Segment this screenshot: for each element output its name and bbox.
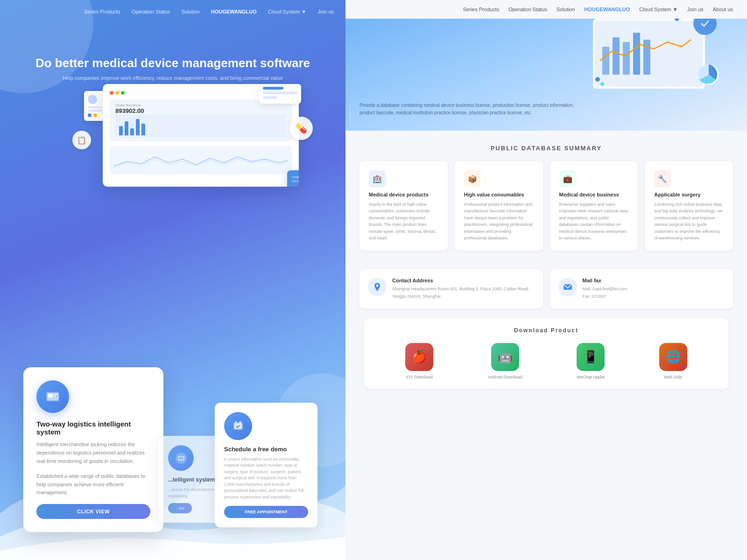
middle-icon-svg (175, 452, 188, 465)
nav-join[interactable]: Join us (317, 9, 334, 14)
wave-svg (113, 150, 288, 170)
location-icon (372, 282, 382, 292)
order-chart (292, 184, 299, 187)
stat-label-1: Order Revenue (115, 103, 286, 107)
card-mockup-top (259, 84, 301, 104)
svg-point-23 (376, 285, 379, 287)
db-card-3: 🔧 Applicable surgery Combining rich onli… (645, 161, 733, 251)
ov-sublabel: 6579899.00 (292, 179, 299, 183)
demo-icon-svg (231, 419, 246, 434)
svg-rect-16 (633, 33, 640, 75)
db-title-0: Medical device products (369, 192, 438, 197)
db-icon-1: 📦 (464, 170, 481, 187)
svg-rect-17 (643, 40, 650, 75)
app-ios: 🍎 iOS Download (405, 343, 433, 379)
nav-series[interactable]: Series Products (84, 9, 120, 14)
db-title-2: Medical device business (559, 192, 629, 197)
right-hero: Provide a database containing medical de… (345, 0, 747, 131)
db-title-1: High value consumables (464, 192, 534, 197)
rnav-brand[interactable]: HOUGEWANGLUO (585, 7, 630, 12)
bar5 (141, 124, 145, 135)
featured-card-icon (36, 380, 69, 413)
web-icon[interactable]: 🌐 (659, 343, 687, 371)
svg-rect-14 (613, 37, 620, 75)
mail-detail: Mail: Data.first@txt.com Fax: 021002 (583, 286, 627, 300)
right-hero-text: Provide a database containing medical de… (359, 102, 584, 117)
card-line-1 (263, 91, 297, 94)
ov-label: Order Volume (292, 175, 299, 179)
contact-mail-card: Mail fax Mail: Data.first@txt.com Fax: 0… (550, 269, 733, 308)
db-icon-symbol-2: 💼 (563, 175, 572, 183)
public-db-section: PUBLIC DATABASE SUMMARY 🏥 Medical device… (345, 131, 747, 260)
nav-solution[interactable]: Solution (181, 9, 200, 14)
android-icon-symbol: 🤖 (498, 350, 513, 364)
svg-rect-6 (179, 457, 183, 460)
android-icon[interactable]: 🤖 (491, 343, 519, 371)
mail-value: Data.first@txt.com (592, 287, 627, 291)
ios-icon-symbol: 🍎 (412, 350, 427, 364)
rnav-operation[interactable]: Operation Status (508, 7, 547, 12)
ios-icon[interactable]: 🍎 (405, 343, 433, 371)
app-wechat: 📱 WeChat Applet (577, 343, 605, 379)
middle-card-icon (168, 445, 194, 471)
nav-operation[interactable]: Operation Status (132, 9, 170, 14)
demo-card-desc: It covers information such as commodity … (224, 456, 308, 501)
mail-info: Mail fax Mail: Data.first@txt.com Fax: 0… (583, 278, 627, 300)
ios-label: iOS Download (406, 375, 433, 379)
address-info: Contact Address Shanghai Headquarters Ro… (392, 278, 535, 300)
address-detail: Shanghai Headquarters Room 501, Building… (392, 286, 535, 300)
bar4 (136, 119, 140, 135)
bar1 (119, 126, 123, 135)
rnav-about[interactable]: About us (713, 7, 733, 12)
fax-label: Fax: (583, 294, 591, 299)
nav-brand[interactable]: HOUGEWANGLUO (211, 9, 257, 14)
rnav-join[interactable]: Join us (687, 7, 704, 12)
svg-point-21 (600, 82, 604, 86)
dot-blue (88, 113, 92, 117)
right-hero-desc: Provide a database containing medical de… (359, 102, 584, 117)
app-web: 🌐 Web Side (659, 343, 687, 379)
rnav-cloud[interactable]: Cloud System ▼ (639, 7, 677, 12)
download-title: Download Product (378, 327, 714, 334)
nav-cloud[interactable]: Cloud System ▼ (268, 9, 306, 14)
svg-rect-10 (240, 421, 241, 423)
dot-yellow (93, 113, 97, 117)
stat-box-1: Order Revenue 893902.00 (110, 99, 292, 141)
web-label: Web Side (664, 375, 682, 379)
scatter-icon-2: 📋 (72, 131, 91, 149)
wechat-icon-symbol: 📱 (583, 350, 598, 364)
app-android: 🤖 Android Download (488, 343, 522, 379)
stats-row: Order Revenue 893902.00 Order Volume 657… (110, 99, 292, 141)
mail-title: Mail fax (583, 278, 627, 283)
laptop-svg (584, 9, 733, 103)
dot-green (121, 91, 125, 95)
db-icon-symbol-0: 🏥 (373, 175, 382, 183)
middle-card-button[interactable]: ...ew (168, 503, 192, 513)
card-line-blue (263, 87, 283, 90)
free-appointment-button[interactable]: FREE APPOINTMENT (224, 506, 308, 518)
download-section: Download Product 🍎 iOS Download 🤖 Androi… (364, 318, 728, 389)
db-card-2: 💼 Medical device business Enterprise sup… (550, 161, 638, 251)
left-panel: Series Products Operation Status Solutio… (0, 0, 345, 560)
android-label: Android Download (488, 375, 522, 379)
svg-rect-13 (602, 47, 609, 75)
contact-address-card: Contact Address Shanghai Headquarters Ro… (359, 269, 543, 308)
rnav-series[interactable]: Series Products (463, 7, 500, 12)
hero-text: Do better medical device management soft… (0, 56, 345, 81)
mail-icon (563, 282, 573, 292)
db-desc-0: Mainly in the field of high-value consum… (369, 201, 438, 241)
click-view-button[interactable]: CLICK VIEW (36, 504, 150, 519)
web-icon-symbol: 🌐 (666, 350, 681, 364)
wechat-icon[interactable]: 📱 (577, 343, 605, 371)
db-desc-3: Combining rich online business data and … (654, 201, 724, 241)
svg-rect-8 (234, 423, 242, 429)
avatar (88, 95, 97, 104)
address-icon-wrap (368, 278, 387, 296)
svg-rect-2 (48, 394, 53, 398)
rnav-solution[interactable]: Solution (557, 7, 575, 12)
laptop-illustration (584, 9, 733, 103)
featured-card-title: Two-way logistics intelligent system (36, 420, 150, 436)
svg-point-20 (595, 77, 600, 82)
order-volume-box: Order Volume 6579899.00 (287, 170, 299, 187)
wave-area (110, 146, 292, 174)
